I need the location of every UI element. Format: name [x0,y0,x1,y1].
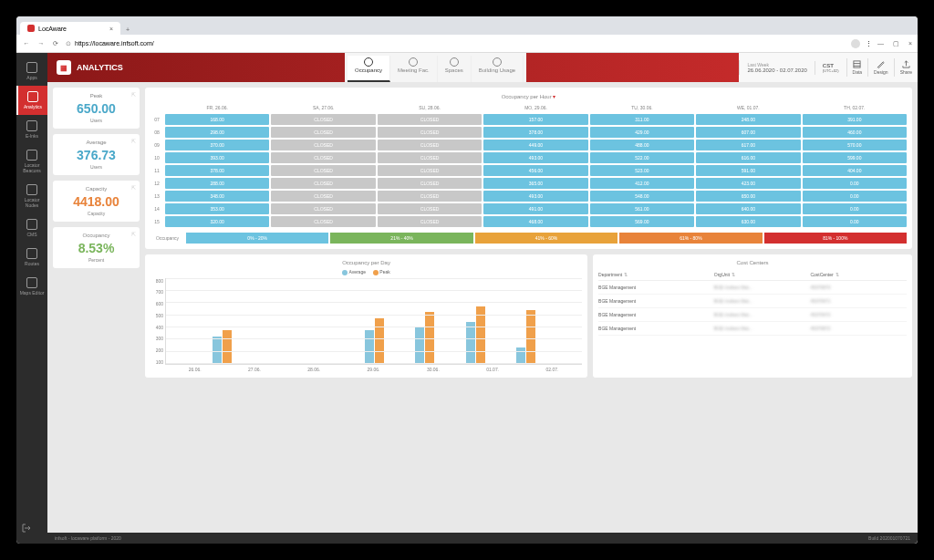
heatmap-cell[interactable]: CLOSED [271,114,375,125]
data-button[interactable]: Data [846,58,868,77]
tab-buildingusage[interactable]: Building Usage [472,56,524,82]
heatmap-cell[interactable]: 365.00 [483,178,587,189]
heatmap-cell[interactable]: 370.00 [165,140,269,150]
expand-icon[interactable]: ⇱ [131,184,136,191]
heatmap-cell[interactable]: 320.00 [165,216,269,227]
back-button[interactable]: ← [22,40,31,47]
window-close-icon[interactable]: × [908,40,912,47]
heatmap-cell[interactable]: 0.00 [803,191,907,202]
profile-icon[interactable] [851,39,860,48]
table-row[interactable]: BGE ManagementBGE Indirect Mar...4537097… [598,308,907,322]
heatmap-cell[interactable]: 630.00 [696,216,800,227]
heatmap-cell[interactable]: 449.00 [483,140,587,150]
heatmap-cell[interactable]: 523.00 [590,165,694,176]
menu-icon[interactable]: ⋮ [866,40,872,47]
heatmap-cell[interactable]: 348.00 [165,191,269,202]
heatmap-cell[interactable]: 157.00 [483,114,587,125]
heatmap-cell[interactable]: 378.00 [165,165,269,176]
heatmap-cell[interactable]: CLOSED [378,152,482,163]
heatmap-cell[interactable]: 488.00 [590,140,694,150]
heatmap-cell[interactable]: 423.00 [696,178,800,189]
heatmap-cell[interactable]: CLOSED [378,165,482,176]
heatmap-cell[interactable]: CLOSED [378,114,482,125]
heatmap-cell[interactable]: 404.00 [803,165,907,176]
heatmap-cell[interactable]: 522.00 [590,152,694,163]
heatmap-cell[interactable]: 491.00 [483,203,587,214]
tab-spaces[interactable]: Spaces [438,56,472,82]
url-field[interactable]: ⊙ https://locaware.infsoft.com/ [66,40,846,47]
bar-average[interactable] [516,347,525,364]
table-row[interactable]: BGE ManagementBGE Indirect Mar...4537087… [598,322,907,336]
heatmap-cell[interactable]: 561.00 [590,203,694,214]
heatmap-cell[interactable]: CLOSED [378,191,482,202]
table-row[interactable]: BGE ManagementBGE Indirect Mar...4537087… [598,281,907,295]
nav-locator-beacons[interactable]: Locator Beacons [16,144,47,179]
nav-locator-nodes[interactable]: Locator Nodes [16,179,47,213]
tab-occupancy[interactable]: Occupancy [348,56,390,82]
heatmap-cell[interactable]: CLOSED [378,140,482,150]
bar-average[interactable] [466,322,475,364]
bar-peak[interactable] [425,312,434,364]
expand-icon[interactable]: ⇱ [131,91,136,98]
heatmap-cell[interactable]: CLOSED [378,203,482,214]
heatmap-cell[interactable]: CLOSED [378,178,482,189]
heatmap-cell[interactable]: 456.00 [483,165,587,176]
heatmap-cell[interactable]: 311.00 [590,114,694,125]
tab-meetingfac[interactable]: Meeting Fac. [390,56,438,82]
expand-icon[interactable]: ⇱ [131,231,136,237]
heatmap-cell[interactable]: CLOSED [271,178,375,189]
heatmap-cell[interactable]: 298.00 [165,127,269,138]
heatmap-cell[interactable]: 248.00 [696,114,800,125]
heatmap-cell[interactable]: 591.00 [696,165,800,176]
bar-peak[interactable] [476,306,485,364]
col-department[interactable]: Department ⇅ [598,272,714,277]
new-tab-button[interactable]: + [120,25,135,35]
heatmap-cell[interactable]: CLOSED [271,203,375,214]
heatmap-cell[interactable]: 607.00 [696,127,800,138]
heatmap-cell[interactable]: 493.00 [483,152,587,163]
maximize-icon[interactable]: ▢ [893,40,899,47]
heatmap-cell[interactable]: 412.00 [590,178,694,189]
bar-peak[interactable] [526,310,535,364]
timezone-selector[interactable]: CST (UTC+02) [815,61,846,75]
bar-peak[interactable] [223,330,232,364]
bar-average[interactable] [213,337,222,364]
table-row[interactable]: BGE ManagementBGE Indirect Mar...4537097… [598,295,907,308]
heatmap-cell[interactable]: CLOSED [378,216,482,227]
col-orgunit[interactable]: OrgUnit ⇅ [714,272,811,277]
date-range-picker[interactable]: Last Week 26.06.2020 - 02.07.2020 [739,60,814,75]
nav-maps-editor[interactable]: Maps Editor [16,272,47,301]
expand-icon[interactable]: ⇱ [131,138,136,144]
heatmap-cell[interactable]: 493.00 [483,191,587,202]
heatmap-cell[interactable]: 650.00 [696,191,800,202]
heatmap-cell[interactable]: CLOSED [271,127,375,138]
nav-analytics[interactable]: Analytics [16,86,47,115]
heatmap-cell[interactable]: 393.00 [165,152,269,163]
heatmap-cell[interactable]: CLOSED [378,127,482,138]
heatmap-cell[interactable]: 468.00 [483,216,587,227]
heatmap-cell[interactable]: 0.00 [803,203,907,214]
heatmap-cell[interactable]: 460.00 [803,127,907,138]
heatmap-cell[interactable]: 288.00 [165,178,269,189]
bar-average[interactable] [365,330,374,364]
heatmap-cell[interactable]: 616.00 [696,152,800,163]
heatmap-cell[interactable]: 569.00 [590,216,694,227]
heatmap-cell[interactable]: 429.00 [590,127,694,138]
heatmap-cell[interactable]: CLOSED [271,216,375,227]
heatmap-cell[interactable]: 168.00 [165,114,269,125]
heatmap-cell[interactable]: 640.00 [696,203,800,214]
heatmap-cell[interactable]: 378.00 [483,127,587,138]
logout-icon[interactable] [22,520,31,536]
minimize-icon[interactable]: — [877,40,884,47]
heatmap-cell[interactable]: CLOSED [271,191,375,202]
nav-e-inks[interactable]: E-Inks [16,115,47,144]
heatmap-cell[interactable]: 617.00 [696,140,800,150]
browser-tab[interactable]: LocAware × [20,22,120,35]
heatmap-cell[interactable]: CLOSED [271,140,375,150]
heatmap-cell[interactable]: 353.00 [165,203,269,214]
heatmap-cell[interactable]: 0.00 [803,178,907,189]
nav-routes[interactable]: Routes [16,243,47,272]
heatmap-cell[interactable]: 391.00 [803,114,907,125]
share-button[interactable]: Share [894,58,918,77]
heatmap-cell[interactable]: 599.00 [803,152,907,163]
